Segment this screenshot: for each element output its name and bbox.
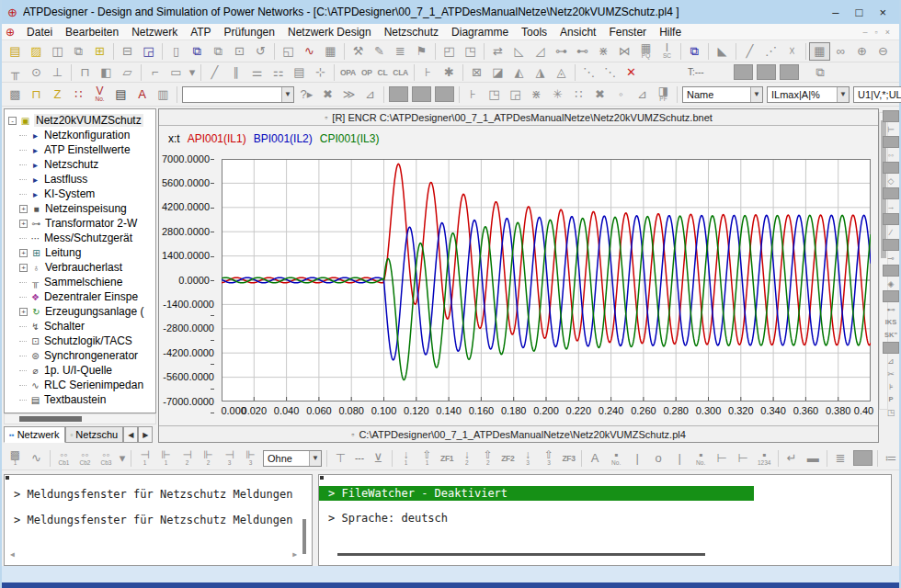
- busbar-tool[interactable]: ╥: [5, 63, 26, 82]
- node-left[interactable]: ◰: [439, 42, 460, 61]
- tree-item-leitung[interactable]: +⊞Leitung: [8, 245, 155, 260]
- rotate[interactable]: ◮: [530, 63, 551, 82]
- side-block-9[interactable]: [883, 342, 899, 354]
- eraser[interactable]: ◪: [487, 63, 508, 82]
- tree-item-transformator-2-w[interactable]: +⊶Transformator 2-W: [8, 216, 155, 231]
- tree-item-schutzlogik-tacs[interactable]: ⊡Schutzlogik/TACS: [8, 334, 155, 348]
- tree-item-netzkonfiguration[interactable]: ▸Netzkonfiguration: [8, 128, 155, 142]
- side-diamond[interactable]: ◇: [883, 175, 899, 187]
- opa-mode[interactable]: OPA: [337, 63, 359, 82]
- side-block-2[interactable]: [883, 136, 899, 148]
- comment-box[interactable]: ▬: [803, 449, 824, 468]
- diagram-window-header[interactable]: ▫ [R] ENCR C:\ATPDesigner\00_7_1_ATPDesM…: [159, 109, 878, 126]
- pattern-fill[interactable]: ▩: [5, 85, 26, 104]
- side-block-3[interactable]: [883, 162, 899, 174]
- view-glasses[interactable]: ∞: [830, 42, 851, 61]
- marker-bar-2[interactable]: |: [669, 449, 690, 468]
- paste-special[interactable]: ⧉: [684, 42, 705, 61]
- tree-expand-icon[interactable]: +: [19, 220, 28, 228]
- phase-b-box[interactable]: [757, 64, 776, 80]
- tab-netzwerk[interactable]: ▪▪ Netzwerk: [4, 426, 65, 443]
- branch-input[interactable]: ⊶: [551, 42, 572, 61]
- polygon-select[interactable]: ▱: [117, 63, 138, 82]
- zone-zf3[interactable]: ZF3: [559, 449, 577, 468]
- comment-flag[interactable]: ⚑: [411, 42, 432, 61]
- fault-l1[interactable]: ⊣1: [134, 449, 155, 468]
- side-block-8[interactable]: [883, 290, 899, 302]
- tower[interactable]: ⊤: [330, 449, 351, 468]
- menu-item-netzwerk-design[interactable]: Netzwerk Design: [281, 26, 378, 39]
- duplicate-sheet[interactable]: ⊡: [229, 42, 250, 61]
- load-flow-pq[interactable]: ▦PQ: [635, 42, 656, 61]
- fault-type[interactable]: Ohne▼: [263, 450, 322, 467]
- side-block-5[interactable]: [883, 213, 899, 225]
- tower-delete[interactable]: ⊻: [368, 449, 389, 468]
- distance-1[interactable]: ⊢: [712, 449, 733, 468]
- diagram-window[interactable]: ▦: [320, 42, 341, 61]
- result-chart-2[interactable]: ◲: [505, 85, 526, 104]
- report-doc[interactable]: ▤: [110, 85, 131, 104]
- diagram-curves[interactable]: ∿: [299, 42, 320, 61]
- side-block-1[interactable]: [883, 110, 899, 122]
- snap-grid[interactable]: ▦: [809, 42, 830, 61]
- new-network[interactable]: ▤: [5, 42, 26, 61]
- pf-transfer[interactable]: ◨PF: [653, 85, 674, 104]
- tree-expand-icon[interactable]: -: [8, 117, 17, 125]
- fault-l1e[interactable]: ⊩1: [155, 449, 177, 468]
- network-hierarchy[interactable]: ⊞: [89, 42, 110, 61]
- fault-l2[interactable]: ⊣2: [177, 449, 198, 468]
- junction[interactable]: ⊹: [310, 63, 331, 82]
- menu-item-tools[interactable]: Tools: [515, 26, 553, 39]
- zoom-out[interactable]: ⊖: [872, 42, 894, 61]
- console-left-hscrollbar[interactable]: ◀ ▶: [10, 548, 297, 560]
- start-zone-1[interactable]: ⇧1: [416, 449, 438, 468]
- subnetwork[interactable]: ⧉: [810, 63, 831, 82]
- breaker-cb3[interactable]: ◦◦Cb3: [96, 449, 117, 468]
- diagram-axes-2[interactable]: ◿: [530, 42, 551, 61]
- no-signal[interactable]: ⊿: [359, 85, 381, 104]
- impedance-z[interactable]: Z: [47, 85, 68, 104]
- tree-item-rlc-serienimpedan[interactable]: ∿RLC Serienimpedan: [8, 378, 155, 392]
- coupling[interactable]: ⚌: [246, 63, 268, 82]
- edit-properties[interactable]: ✎: [369, 42, 390, 61]
- diagram-axes-1[interactable]: ◺: [508, 42, 530, 61]
- start-zone-2[interactable]: ⇧2: [477, 449, 498, 468]
- tree-expand-icon[interactable]: +: [19, 308, 28, 316]
- minimize-button[interactable]: –: [832, 6, 838, 19]
- probe[interactable]: ⊦: [417, 63, 439, 82]
- chevron-down-icon[interactable]: ▼: [309, 451, 321, 466]
- side-slash[interactable]: ∕: [883, 226, 899, 238]
- tree-expand-icon[interactable]: +: [19, 264, 28, 272]
- menu-item-datei[interactable]: Datei: [20, 26, 59, 39]
- fault-l2e[interactable]: ⊩2: [198, 449, 219, 468]
- transformer-tool[interactable]: ⊙: [26, 63, 47, 82]
- delete-branch[interactable]: ⋇: [593, 42, 614, 61]
- fault-wave[interactable]: ∿: [26, 449, 47, 468]
- corner-tool[interactable]: ⌐: [144, 63, 165, 82]
- fast-forward[interactable]: ≫: [338, 85, 359, 104]
- tab-scroll-left[interactable]: ◀: [123, 426, 138, 443]
- side-p[interactable]: P: [883, 393, 899, 405]
- tab-scroll-right[interactable]: ▶: [138, 426, 153, 443]
- side-block-7[interactable]: [883, 265, 899, 277]
- delete-line[interactable]: ☓: [781, 42, 803, 61]
- node-number-2[interactable]: ▪No.: [690, 449, 712, 468]
- save-copy[interactable]: ⧉: [68, 42, 89, 61]
- side-diamond-filled[interactable]: ◈: [883, 277, 899, 289]
- node-e[interactable]: ⊦: [462, 85, 484, 104]
- tree-item-lastfluss[interactable]: ▸Lastfluss: [8, 172, 155, 187]
- tree-horizontal-scrollbar[interactable]: [4, 413, 156, 424]
- trip-zone-3[interactable]: ↓3: [517, 449, 538, 468]
- menu-item-netzschutz[interactable]: Netzschutz: [378, 26, 445, 39]
- abort[interactable]: ✖: [317, 85, 338, 104]
- distance-2[interactable]: ⊢: [733, 449, 754, 468]
- marker-bar-1[interactable]: |: [627, 449, 648, 468]
- tree-item-netzeinspeisung[interactable]: +■Netzeinspeisung: [8, 201, 155, 216]
- side-arrow[interactable]: →: [883, 200, 899, 212]
- breaker-dropdown[interactable]: ▾: [117, 449, 128, 468]
- cl-mode[interactable]: CL: [375, 63, 391, 82]
- side-branch-out[interactable]: ⊷: [883, 303, 899, 315]
- menu-item-fenster[interactable]: Fenster: [602, 26, 653, 39]
- component-frame[interactable]: ◧: [96, 63, 117, 82]
- tree-item-1p-u-i-quelle[interactable]: ⌀1p. U/I-Quelle: [8, 363, 155, 378]
